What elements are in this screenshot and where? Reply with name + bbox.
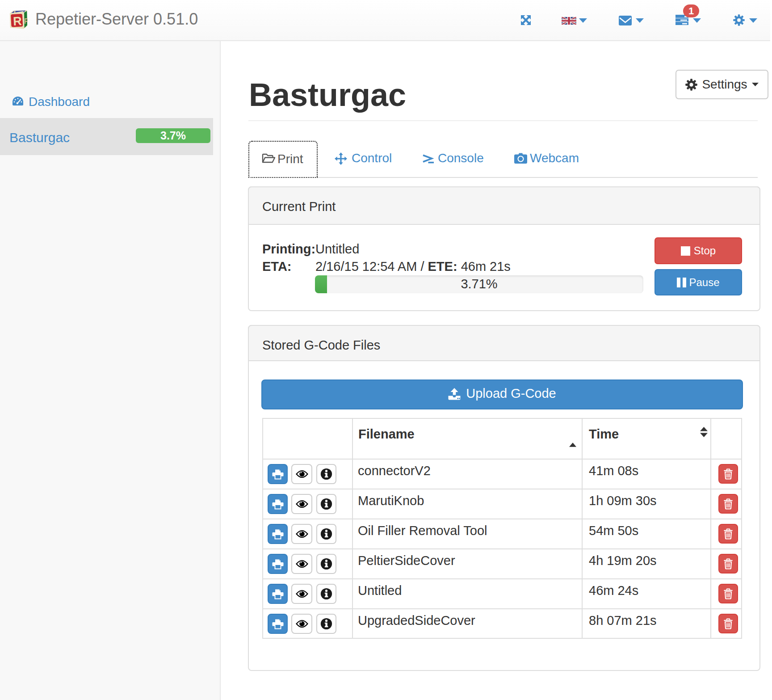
svg-text:P: P: [24, 17, 28, 25]
svg-text:R: R: [13, 14, 22, 28]
